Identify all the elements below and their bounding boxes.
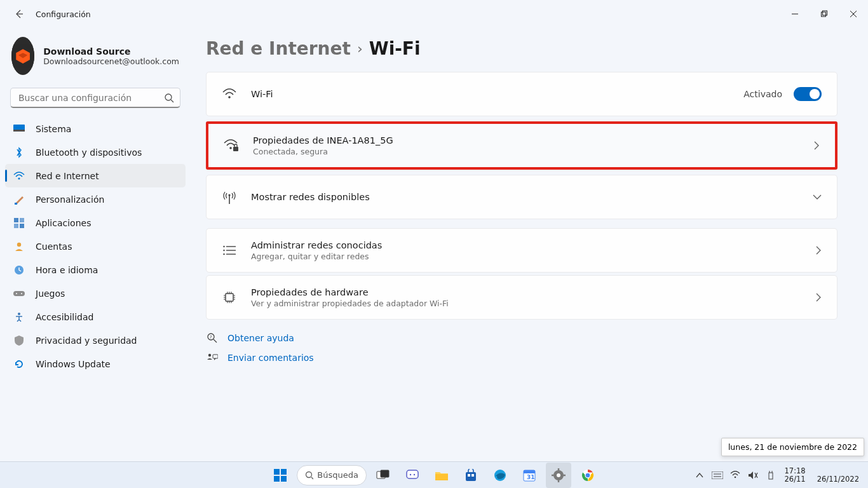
sidebar-item-label: Sistema (36, 124, 71, 134)
svg-rect-68 (435, 474, 448, 480)
svg-rect-69 (466, 472, 476, 481)
maximize-button[interactable] (810, 0, 839, 28)
sidebar-item-hora[interactable]: Hora e idioma (5, 258, 186, 281)
row-subtitle: Ver y administrar propiedades de adaptad… (251, 299, 815, 308)
svg-rect-13 (15, 203, 17, 205)
chat-button[interactable] (400, 463, 425, 488)
svg-point-25 (229, 147, 232, 149)
sidebar-item-label: Red e Internet (36, 171, 99, 181)
minimize-button[interactable] (780, 0, 810, 28)
chevron-right-icon (815, 293, 822, 302)
sidebar-item-label: Aplicaciones (36, 218, 91, 228)
chrome-button[interactable] (575, 463, 600, 488)
show-networks-card: Mostrar redes disponibles (206, 175, 837, 219)
sidebar-item-label: Personalización (36, 194, 104, 205)
sidebar-item-personalizacion[interactable]: Personalización (5, 187, 186, 211)
task-view-button[interactable] (370, 463, 396, 488)
svg-rect-64 (381, 470, 389, 477)
highlight-annotation: Propiedades de INEA-1A81_5G Conectada, s… (206, 121, 837, 170)
svg-rect-15 (20, 218, 24, 222)
profile-email: Downloadsourcenet@outlook.com (43, 57, 179, 66)
tray-date2: 26/11/2022 (817, 475, 859, 484)
taskbar-search[interactable]: Búsqueda (297, 465, 367, 485)
sidebar-item-sistema[interactable]: Sistema (5, 117, 186, 140)
svg-point-23 (18, 313, 20, 315)
wifi-toggle[interactable] (794, 87, 822, 101)
svg-line-62 (311, 477, 313, 479)
date-tooltip: lunes, 21 de noviembre de 2022 (721, 438, 864, 456)
svg-rect-17 (20, 224, 24, 228)
svg-point-21 (16, 293, 17, 294)
hardware-props-row[interactable]: Propiedades de hardware Ver y administra… (207, 276, 837, 319)
tray-time: 17:18 (785, 467, 806, 475)
sidebar-item-cuentas[interactable]: Cuentas (5, 234, 186, 258)
svg-rect-58 (281, 469, 287, 475)
tray-wifi-icon[interactable] (728, 465, 743, 485)
chevron-right-icon: › (357, 41, 363, 57)
bluetooth-icon (13, 146, 25, 159)
known-networks-card: Administrar redes conocidas Agregar, qui… (206, 228, 837, 273)
search-icon[interactable] (161, 90, 177, 105)
sidebar-item-label: Bluetooth y dispositivos (36, 147, 142, 158)
taskbar: Búsqueda 31 17:18 26/11 . 26/11/2022 (0, 461, 868, 488)
sidebar-item-juegos[interactable]: Juegos (5, 281, 186, 305)
system-icon (13, 123, 25, 135)
list-icon (222, 243, 237, 258)
breadcrumb: Red e Internet › Wi-Fi (206, 38, 837, 59)
network-properties-row[interactable]: Propiedades de INEA-1A81_5G Conectada, s… (208, 124, 835, 167)
close-button[interactable] (839, 0, 868, 28)
tray-keyboard-icon[interactable] (710, 465, 725, 485)
show-networks-row[interactable]: Mostrar redes disponibles (207, 175, 837, 219)
row-title: Propiedades de hardware (251, 287, 815, 297)
known-networks-row[interactable]: Administrar redes conocidas Agregar, qui… (207, 229, 837, 272)
sidebar-item-privacidad[interactable]: Privacidad y seguridad (5, 329, 186, 352)
apps-icon (13, 217, 25, 229)
svg-point-33 (223, 250, 224, 251)
svg-text:31: 31 (527, 474, 535, 480)
sidebar-item-accesibilidad[interactable]: Accesibilidad (5, 305, 186, 329)
sidebar-item-aplicaciones[interactable]: Aplicaciones (5, 211, 186, 234)
sidebar-item-label: Hora e idioma (36, 265, 98, 275)
svg-text:?: ? (210, 335, 212, 340)
explorer-button[interactable] (429, 463, 454, 488)
breadcrumb-parent[interactable]: Red e Internet (206, 38, 351, 59)
row-title: Administrar redes conocidas (251, 240, 815, 250)
row-subtitle: Agregar, quitar y editar redes (251, 252, 815, 261)
wifi-secure-icon (224, 138, 239, 153)
sidebar-item-windows-update[interactable]: Windows Update (5, 352, 186, 376)
tray-date-full[interactable]: . 26/11/2022 (813, 467, 863, 484)
start-button[interactable] (268, 463, 293, 488)
update-icon (13, 358, 25, 370)
store-button[interactable] (458, 463, 484, 488)
svg-point-32 (223, 246, 224, 247)
profile-block[interactable]: Download Source Downloadsourcenet@outloo… (0, 33, 191, 88)
sidebar-item-red[interactable]: Red e Internet (5, 164, 186, 187)
wifi-toggle-card: Wi-Fi Activado (206, 72, 837, 116)
feedback-link[interactable]: Enviar comentarios (206, 353, 837, 363)
svg-rect-85 (712, 471, 723, 479)
svg-rect-57 (274, 469, 280, 475)
edge-button[interactable] (487, 463, 513, 488)
svg-rect-26 (233, 147, 238, 151)
person-icon (13, 240, 25, 253)
sidebar-item-bluetooth[interactable]: Bluetooth y dispositivos (5, 140, 186, 164)
svg-rect-1 (822, 12, 826, 17)
chevron-down-icon (813, 194, 822, 200)
svg-rect-59 (274, 476, 280, 482)
search-input[interactable] (10, 88, 180, 108)
calendar-button[interactable]: 31 (517, 463, 542, 488)
settings-app-button[interactable] (546, 463, 571, 488)
tray-clock[interactable]: 17:18 26/11 (781, 467, 810, 484)
tray-volume-icon[interactable] (745, 465, 761, 485)
toggle-state-label: Activado (743, 89, 782, 99)
sidebar-item-label: Privacidad y seguridad (36, 336, 137, 346)
sidebar-item-label: Juegos (36, 288, 65, 299)
shield-icon (13, 334, 25, 347)
tray-power-icon[interactable] (763, 465, 778, 485)
back-button[interactable] (9, 4, 29, 24)
wifi-toggle-row[interactable]: Wi-Fi Activado (207, 72, 837, 116)
chevron-right-icon (815, 246, 822, 255)
get-help-link[interactable]: ? Obtener ayuda (206, 332, 837, 344)
tray-overflow-button[interactable] (692, 465, 707, 485)
profile-name: Download Source (43, 46, 179, 57)
